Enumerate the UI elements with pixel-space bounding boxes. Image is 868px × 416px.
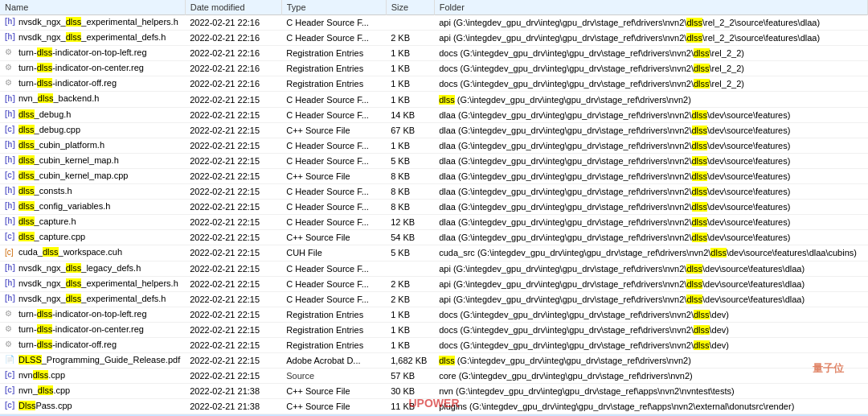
- file-name-cell: ⚙turn-dlss-indicator-on-center.reg: [0, 322, 185, 337]
- file-size-cell: 1 KB: [386, 322, 434, 337]
- highlight-text: dlss: [37, 47, 53, 57]
- table-row[interactable]: ⚙turn-dlss-indicator-on-top-left.reg2022…: [0, 46, 868, 61]
- file-type-cell: C++ Source File: [281, 230, 386, 245]
- file-size-cell: 14 KB: [386, 107, 434, 122]
- file-date-cell: 2022-02-21 22:15: [185, 369, 281, 384]
- table-row[interactable]: [h]nvn_dlss_backend.h2022-02-21 22:15C H…: [0, 92, 868, 107]
- highlight-text: dlss: [37, 309, 53, 319]
- table-row[interactable]: [c]dlss_cubin_kernel_map.cpp2022-02-21 2…: [0, 168, 868, 183]
- table-row[interactable]: [h]dlss_cubin_kernel_map.h2022-02-21 22:…: [0, 153, 868, 168]
- table-row[interactable]: [h]dlss_cubin_platform.h2022-02-21 22:15…: [0, 138, 868, 153]
- highlight-text: dlss: [43, 247, 59, 257]
- file-name-text: turn-dlss-indicator-on-top-left.reg: [18, 47, 147, 57]
- file-folder-cell: dlaa (G:\integdev_gpu_drv\integ\gpu_drv\…: [434, 200, 867, 215]
- file-folder-cell: docs (G:\integdev_gpu_drv\integ\gpu_drv\…: [434, 76, 867, 92]
- highlight-text: dlss: [66, 32, 82, 42]
- file-type-cell: Registration Entries: [281, 76, 386, 92]
- header-icon: [h]: [5, 94, 16, 105]
- file-folder-cell: api (G:\integdev_gpu_drv\integ\gpu_drv\s…: [434, 276, 867, 291]
- file-type-cell: C++ Source File: [281, 399, 386, 414]
- highlight-text: dlss: [38, 385, 54, 395]
- col-header-name[interactable]: Name: [0, 0, 185, 15]
- highlight-text: dlss: [66, 294, 82, 303]
- table-row[interactable]: [c]dlss_capture.cpp2022-02-21 22:15C++ S…: [0, 230, 868, 245]
- highlight-text: dlss: [37, 324, 53, 334]
- file-name-text: dlss_consts.h: [18, 186, 72, 196]
- highlight-text: dlss: [66, 17, 82, 27]
- table-header-row: Name Date modified Type Size Folder: [0, 0, 868, 15]
- highlight-text: dlss: [18, 125, 35, 134]
- file-name-text: dlss_cubin_platform.h: [18, 140, 104, 150]
- file-folder-cell: dlaa (G:\integdev_gpu_drv\integ\gpu_drv\…: [434, 184, 867, 200]
- table-row[interactable]: [h]dlss_consts.h2022-02-21 22:15C Header…: [0, 184, 868, 200]
- reg-icon: ⚙: [5, 63, 16, 74]
- file-size-cell: 30 KB: [386, 384, 434, 399]
- table-row[interactable]: [h]nvsdk_ngx_dlss_legacy_defs.h2022-02-2…: [0, 261, 868, 276]
- col-header-folder[interactable]: Folder: [434, 0, 867, 15]
- table-row[interactable]: [c]nvndlss.cpp2022-02-21 22:15Source57 K…: [0, 369, 868, 384]
- file-name-text: turn-dlss-indicator-on-top-left.reg: [18, 309, 147, 319]
- table-row[interactable]: [c]DlssPass.cpp2022-02-21 21:38C++ Sourc…: [0, 399, 868, 414]
- file-name-cell: [h]nvsdk_ngx_dlss_experimental_defs.h: [0, 291, 185, 307]
- reg-icon: ⚙: [5, 340, 16, 351]
- table-row[interactable]: ⚙turn-dlss-indicator-on-center.reg2022-0…: [0, 61, 868, 76]
- file-name-cell: 📄DLSS_Programming_Guide_Release.pdf: [0, 353, 185, 369]
- file-type-cell: Registration Entries: [281, 322, 386, 337]
- cpp-icon: [c]: [5, 125, 16, 136]
- table-row[interactable]: ⚙turn-dlss-indicator-off.reg2022-02-21 2…: [0, 337, 868, 352]
- file-name-text: dlss_capture.h: [18, 216, 76, 226]
- table-row[interactable]: [h]nvsdk_ngx_dlss_experimental_defs.h202…: [0, 291, 868, 307]
- file-date-cell: 2022-02-21 22:15: [185, 353, 281, 369]
- file-name-text: dlss_cubin_kernel_map.h: [18, 155, 119, 165]
- file-folder-cell: api (G:\integdev_gpu_drv\integ\gpu_drv\s…: [434, 15, 867, 31]
- table-row[interactable]: [h]nvsdk_ngx_dlss_experimental_helpers.h…: [0, 276, 868, 291]
- table-row[interactable]: [c]nvn_dlss.cpp2022-02-21 21:38C++ Sourc…: [0, 384, 868, 399]
- highlight-text: dlss: [18, 171, 35, 180]
- file-size-cell: 1 KB: [386, 92, 434, 107]
- file-name-text: DLSS_Programming_Guide_Release.pdf: [18, 355, 180, 365]
- header-icon: [h]: [5, 294, 16, 305]
- table-row[interactable]: ⚙turn-dlss-indicator-on-top-left.reg2022…: [0, 307, 868, 322]
- cpp-icon: [c]: [5, 385, 16, 397]
- table-row[interactable]: ⚙turn-dlss-indicator-on-center.reg2022-0…: [0, 322, 868, 337]
- table-row[interactable]: [c]cuda_dlss_workspace.cuh2022-02-21 22:…: [0, 245, 868, 261]
- table-row[interactable]: [h]dlss_config_variables.h2022-02-21 22:…: [0, 200, 868, 215]
- file-type-cell: C Header Source F...: [281, 138, 386, 153]
- file-name-text: nvndlss.cpp: [18, 370, 65, 380]
- file-size-cell: 1 KB: [386, 61, 434, 76]
- file-name-cell: ⚙turn-dlss-indicator-off.reg: [0, 337, 185, 352]
- col-header-date[interactable]: Date modified: [185, 0, 281, 15]
- file-name-cell: [h]nvn_dlss_backend.h: [0, 92, 185, 107]
- file-date-cell: 2022-02-21 22:15: [185, 122, 281, 138]
- table-row[interactable]: [h]nvsdk_ngx_dlss_experimental_defs.h202…: [0, 31, 868, 46]
- file-date-cell: 2022-02-21 22:16: [185, 76, 281, 92]
- file-folder-cell: docs (G:\integdev_gpu_drv\integ\gpu_drv\…: [434, 307, 867, 322]
- table-row[interactable]: [h]dlss_capture.h2022-02-21 22:15C Heade…: [0, 215, 868, 230]
- file-name-cell: [h]dlss_consts.h: [0, 184, 185, 200]
- header-icon: [h]: [5, 32, 16, 43]
- file-size-cell: 12 KB: [386, 215, 434, 230]
- file-size-cell: 5 KB: [386, 245, 434, 261]
- file-date-cell: 2022-02-21 22:15: [185, 184, 281, 200]
- col-header-size[interactable]: Size: [386, 0, 434, 15]
- file-list-container[interactable]: Name Date modified Type Size Folder [h]n…: [0, 0, 868, 416]
- table-row[interactable]: [c]dlss_debug.cpp2022-02-21 22:15C++ Sou…: [0, 122, 868, 138]
- file-type-cell: C Header Source F...: [281, 276, 386, 291]
- highlight-text: DLSS: [18, 355, 42, 365]
- file-size-cell: 8 KB: [386, 168, 434, 183]
- col-header-type[interactable]: Type: [281, 0, 386, 15]
- table-row[interactable]: [h]nvsdk_ngx_dlss_experimental_helpers.h…: [0, 15, 868, 31]
- file-type-cell: Adobe Acrobat D...: [281, 353, 386, 369]
- file-name-cell: [c]nvndlss.cpp: [0, 369, 185, 384]
- file-name-cell: [c]DlssPass.cpp: [0, 399, 185, 414]
- table-row[interactable]: ⚙turn-dlss-indicator-off.reg2022-02-21 2…: [0, 76, 868, 92]
- file-name-cell: [h]dlss_capture.h: [0, 215, 185, 230]
- table-row[interactable]: [h]dlss_debug.h2022-02-21 22:15C Header …: [0, 107, 868, 122]
- highlight-text: dlss: [66, 278, 82, 288]
- table-row[interactable]: 📄DLSS_Programming_Guide_Release.pdf2022-…: [0, 353, 868, 369]
- file-size-cell: 1,682 KB: [386, 353, 434, 369]
- file-folder-cell: api (G:\integdev_gpu_drv\integ\gpu_drv\s…: [434, 261, 867, 276]
- cpp-icon: [c]: [5, 401, 16, 412]
- header-icon: [h]: [5, 140, 16, 151]
- file-type-cell: Registration Entries: [281, 46, 386, 61]
